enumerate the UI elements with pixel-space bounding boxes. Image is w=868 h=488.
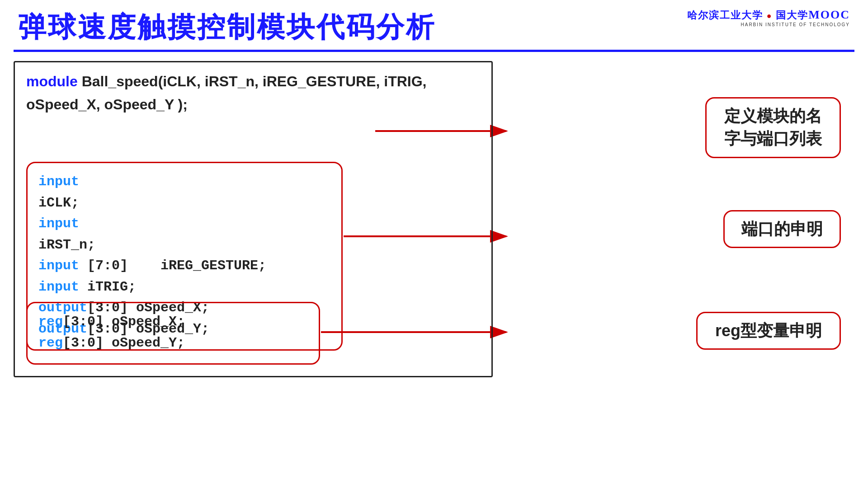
reg-ospeedx-val: [3:0] oSpeed_X; [63, 314, 185, 329]
logo-area: 哈尔滨工业大学 ● 国大学MOOC HARBIN INSTITUTE OF TE… [687, 8, 850, 27]
page-title: 弹球速度触摸控制模块代码分析 [18, 8, 436, 46]
main-content: module Ball_speed(iCLK, iRST_n, iREG_GES… [14, 61, 854, 413]
outer-code-box: module Ball_speed(iCLK, iRST_n, iREG_GES… [14, 61, 493, 377]
reg-ospeedy: reg[3:0] oSpeed_Y; [38, 333, 308, 354]
port-itrig-val: iTRIG; [87, 279, 136, 295]
kw-input-3: input [38, 258, 79, 273]
module-declaration-line1: module Ball_speed(iCLK, iRST_n, iREG_GES… [26, 71, 480, 92]
reg-ospeedx: reg[3:0] oSpeed_X; [38, 311, 308, 333]
annotation-define-text: 定义模块的名字与端口列表 [719, 105, 827, 150]
university-logo: 哈尔滨工业大学 ● 国大学MOOC HARBIN INSTITUTE OF TE… [687, 8, 850, 27]
kw-input-4: input [38, 279, 79, 295]
annotation-reg: reg型变量申明 [696, 312, 841, 350]
port-input-ireg: input [7:0] iREG_GESTURE; [38, 255, 330, 277]
keyword-module: module [26, 73, 78, 89]
module-declaration-line2: oSpeed_X, oSpeed_Y ); [26, 94, 480, 115]
kw-input-1: input [38, 174, 79, 189]
kw-reg-2: reg [38, 335, 63, 351]
university-name-cn: 哈尔滨工业大学 ● 国大学MOOC [687, 8, 850, 22]
port-input-itrig: input iTRIG; [38, 277, 330, 298]
port-ireg-bits: [7:0] iREG_GESTURE; [87, 258, 266, 273]
annotation-reg-text: reg型变量申明 [710, 319, 827, 342]
reg-declaration-box: reg[3:0] oSpeed_X; reg[3:0] oSpeed_Y; [26, 302, 320, 365]
annotation-ports-text: 端口的申明 [737, 218, 827, 240]
module-name: Ball_speed(iCLK, iRST_n, iREG_GESTURE, i… [82, 73, 427, 89]
annotation-define: 定义模块的名字与端口列表 [705, 97, 841, 158]
header-divider [14, 50, 854, 52]
header: 弹球速度触摸控制模块代码分析 哈尔滨工业大学 ● 国大学MOOC HARBIN … [0, 0, 868, 46]
port-iclk-val: iCLK; [38, 174, 315, 211]
kw-reg-1: reg [38, 314, 63, 329]
port-input-iclk: input iCLK; [38, 171, 330, 213]
port-input-irst: input iRST_n; [38, 213, 330, 255]
kw-input-2: input [38, 216, 79, 231]
module-ports: oSpeed_X, oSpeed_Y ); [26, 96, 188, 113]
port-irst-val: iRST_n; [38, 216, 315, 253]
university-name-en: HARBIN INSTITUTE OF TECHNOLOGY [741, 22, 850, 27]
annotation-ports: 端口的申明 [723, 210, 841, 248]
reg-ospeedy-val: [3:0] oSpeed_Y; [63, 335, 185, 351]
